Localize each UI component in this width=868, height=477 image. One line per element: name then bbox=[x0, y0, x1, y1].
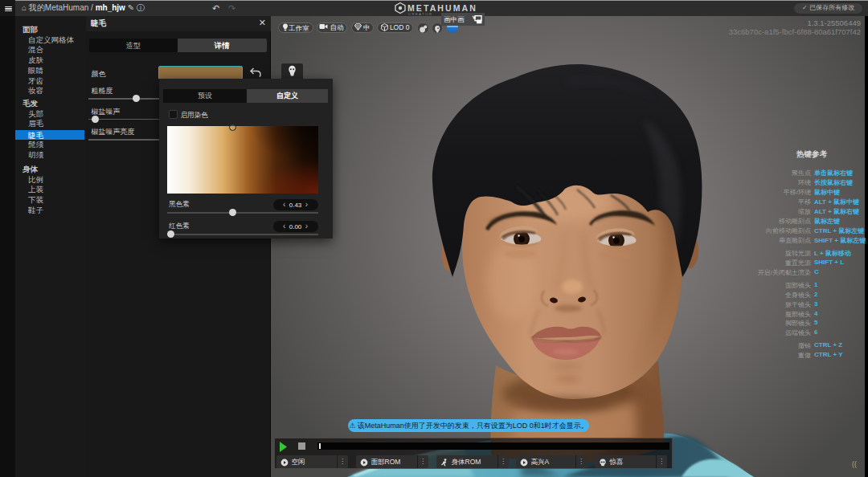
svg-text:CREATOR: CREATOR bbox=[408, 12, 432, 16]
svg-text:((: (( bbox=[852, 460, 857, 468]
